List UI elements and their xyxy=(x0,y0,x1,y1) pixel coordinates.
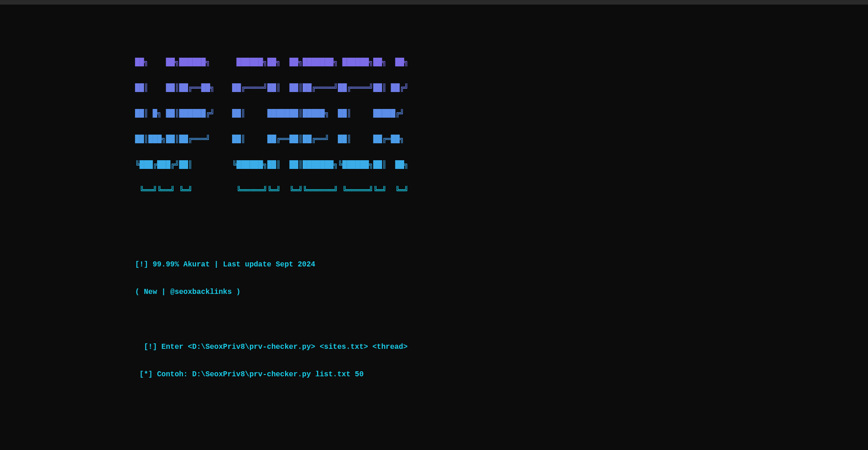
ascii-banner: ██╗ ██╗██████╗ ██████╗██╗ ██╗███████╗ ██… xyxy=(0,32,868,212)
info-example: [*] Contoh: D:\SeoxPriv8\prv-checker.py … xyxy=(135,370,868,379)
info-usage: [!] Enter <D:\SeoxPriv8\prv-checker.py> … xyxy=(135,342,868,352)
terminal-output[interactable]: ██╗ ██╗██████╗ ██████╗██╗ ██╗███████╗ ██… xyxy=(0,5,868,450)
output-block: D:\SeoxPriv8>prv-checker.py Logg-Wordpre… xyxy=(0,425,868,450)
info-credits: ( New | @seoxbacklinks ) xyxy=(135,287,868,297)
banner-line: ██║ █╗ ██║██████╔╝ ██║ ███████║█████╗ ██… xyxy=(135,110,868,117)
info-accuracy: [!] 99.99% Akurat | Last update Sept 202… xyxy=(135,260,868,269)
banner-line: ██║ ██║██╔══██╗ ██╔════╝██║ ██║██╔════╝█… xyxy=(135,84,868,92)
banner-line: ██╗ ██╗██████╗ ██████╗██╗ ██╗███████╗ ██… xyxy=(135,59,868,66)
window-titlebar xyxy=(0,0,868,5)
info-blank xyxy=(135,315,868,324)
info-block: [!] 99.99% Akurat | Last update Sept 202… xyxy=(0,240,868,397)
banner-line: ╚███╔███╔╝██║ ╚██████╗██║ ██║███████╗╚██… xyxy=(135,161,868,168)
banner-line: ██║███╗██║██╔═══╝ ██║ ██╔══██║██╔══╝ ██║… xyxy=(135,136,868,143)
banner-line: ╚══╝╚══╝ ╚═╝ ╚═════╝╚═╝ ╚═╝╚══════╝ ╚═══… xyxy=(135,187,868,194)
